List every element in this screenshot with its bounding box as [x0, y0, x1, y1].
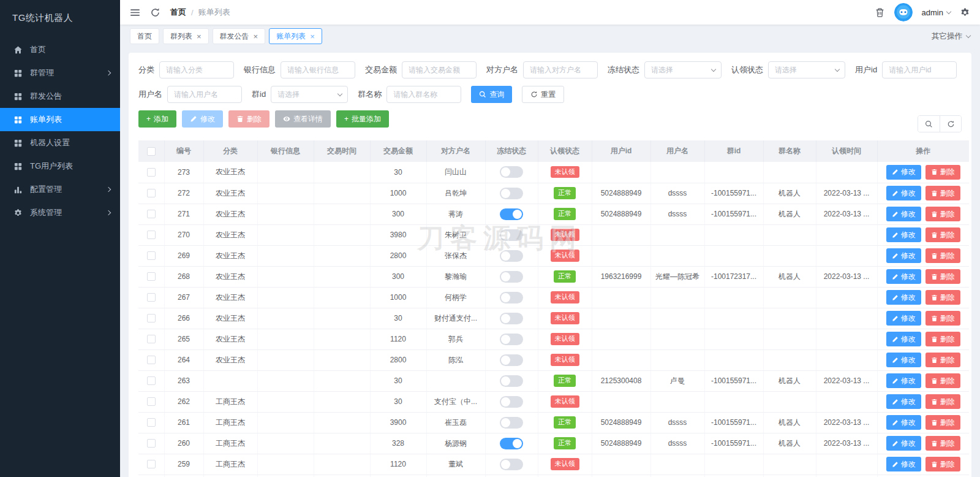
frozen-toggle[interactable]: [500, 271, 523, 283]
row-delete-button[interactable]: 删除: [925, 436, 960, 451]
row-checkbox[interactable]: [147, 189, 156, 197]
row-delete-button[interactable]: 删除: [925, 186, 960, 200]
tab-bill-list[interactable]: 账单列表×: [269, 28, 322, 44]
category-input[interactable]: [159, 61, 234, 78]
sidebar-item-system-manage[interactable]: 系统管理: [0, 201, 120, 224]
frozen-toggle[interactable]: [500, 208, 523, 220]
sidebar-item-tg-user-list[interactable]: TG用户列表: [0, 155, 120, 178]
row-checkbox[interactable]: [147, 335, 156, 343]
row-edit-button[interactable]: 修改: [886, 248, 921, 263]
row-checkbox[interactable]: [147, 356, 156, 364]
table-search-icon[interactable]: [918, 116, 940, 132]
row-delete-button[interactable]: 删除: [925, 290, 960, 305]
avatar[interactable]: [894, 3, 913, 21]
row-edit-button[interactable]: 修改: [886, 373, 921, 388]
bank-info-input[interactable]: [281, 61, 355, 78]
row-delete-button[interactable]: 删除: [925, 415, 960, 430]
tab-home[interactable]: 首页: [130, 28, 159, 44]
sidebar-item-group-notice[interactable]: 群发公告: [0, 85, 120, 108]
row-checkbox[interactable]: [147, 293, 156, 302]
other-actions-dropdown[interactable]: 其它操作: [932, 31, 970, 42]
trash-icon[interactable]: [875, 7, 885, 18]
row-checkbox[interactable]: [147, 439, 156, 448]
breadcrumb-home[interactable]: 首页: [170, 7, 186, 18]
frozen-toggle[interactable]: [500, 313, 523, 324]
row-delete-button[interactable]: 删除: [925, 457, 960, 471]
frozen-toggle[interactable]: [500, 334, 523, 345]
trade-amount-input[interactable]: [402, 61, 477, 78]
sidebar-item-robot-setting[interactable]: 机器人设置: [0, 131, 120, 155]
row-checkbox[interactable]: [147, 376, 156, 385]
frozen-toggle[interactable]: [500, 459, 523, 470]
query-button[interactable]: 查询: [471, 86, 512, 103]
row-checkbox[interactable]: [147, 272, 156, 281]
row-delete-button[interactable]: 删除: [925, 353, 960, 367]
claim-state-select[interactable]: 请选择: [768, 61, 845, 78]
frozen-toggle[interactable]: [500, 438, 523, 449]
tab-group-notice[interactable]: 群发公告×: [213, 28, 266, 44]
row-edit-button[interactable]: 修改: [886, 165, 921, 180]
sidebar-item-config-manage[interactable]: 配置管理: [0, 178, 120, 201]
row-edit-button[interactable]: 修改: [886, 269, 921, 284]
row-delete-button[interactable]: 删除: [925, 269, 960, 284]
frozen-toggle[interactable]: [500, 250, 523, 262]
row-edit-button[interactable]: 修改: [886, 436, 921, 451]
frozen-toggle[interactable]: [500, 354, 523, 366]
edit-button-disabled[interactable]: 修改: [182, 110, 223, 128]
user-menu[interactable]: admin: [922, 8, 951, 17]
sidebar-item-group-manage[interactable]: 群管理: [0, 61, 120, 85]
row-delete-button[interactable]: 删除: [925, 227, 960, 242]
row-checkbox[interactable]: [147, 418, 156, 427]
row-delete-button[interactable]: 删除: [925, 207, 960, 221]
tab-close-icon[interactable]: ×: [254, 32, 258, 40]
row-delete-button[interactable]: 删除: [925, 332, 960, 346]
row-edit-button[interactable]: 修改: [886, 415, 921, 430]
settings-gear-icon[interactable]: [960, 7, 970, 18]
user-name-input[interactable]: [167, 86, 242, 103]
sidebar-item-bill-list[interactable]: 账单列表: [0, 108, 120, 131]
row-edit-button[interactable]: 修改: [886, 227, 921, 242]
row-edit-button[interactable]: 修改: [886, 332, 921, 346]
reset-button[interactable]: 重置: [522, 86, 564, 103]
row-checkbox[interactable]: [147, 251, 156, 260]
add-button[interactable]: + 添加: [138, 110, 176, 128]
select-all-checkbox[interactable]: [147, 147, 156, 156]
row-delete-button[interactable]: 删除: [925, 248, 960, 263]
row-delete-button[interactable]: 删除: [925, 165, 960, 180]
row-checkbox[interactable]: [147, 314, 156, 322]
frozen-toggle[interactable]: [500, 396, 523, 408]
tab-close-icon[interactable]: ×: [197, 32, 202, 40]
frozen-state-select[interactable]: 请选择: [644, 61, 722, 78]
group-name-input[interactable]: [386, 86, 461, 103]
row-checkbox[interactable]: [147, 210, 156, 218]
row-checkbox[interactable]: [147, 460, 156, 468]
hamburger-menu-icon[interactable]: [130, 7, 140, 18]
delete-button-disabled[interactable]: 删除: [228, 110, 270, 128]
frozen-toggle[interactable]: [500, 188, 523, 199]
row-edit-button[interactable]: 修改: [886, 353, 921, 367]
row-edit-button[interactable]: 修改: [886, 207, 921, 221]
row-delete-button[interactable]: 删除: [925, 311, 960, 326]
frozen-toggle[interactable]: [500, 292, 523, 303]
sidebar-item-home[interactable]: 首页: [0, 38, 120, 61]
frozen-toggle[interactable]: [500, 375, 523, 387]
group-id-select[interactable]: 请选择: [271, 86, 348, 103]
row-edit-button[interactable]: 修改: [886, 311, 921, 326]
refresh-icon[interactable]: [150, 7, 160, 18]
user-id-input[interactable]: [882, 61, 957, 78]
row-edit-button[interactable]: 修改: [886, 457, 921, 471]
row-checkbox[interactable]: [147, 168, 156, 177]
row-delete-button[interactable]: 删除: [925, 394, 960, 409]
row-checkbox[interactable]: [147, 397, 156, 406]
tab-group-list[interactable]: 群列表×: [163, 28, 209, 44]
view-detail-button[interactable]: 查看详情: [275, 110, 331, 128]
row-edit-button[interactable]: 修改: [886, 290, 921, 305]
row-edit-button[interactable]: 修改: [886, 394, 921, 409]
batch-add-button[interactable]: + 批量添加: [336, 110, 389, 128]
payee-name-input[interactable]: [523, 61, 598, 78]
frozen-toggle[interactable]: [500, 229, 523, 241]
row-delete-button[interactable]: 删除: [925, 373, 960, 388]
row-edit-button[interactable]: 修改: [886, 186, 921, 200]
row-checkbox[interactable]: [147, 231, 156, 239]
tab-close-icon[interactable]: ×: [310, 32, 315, 40]
